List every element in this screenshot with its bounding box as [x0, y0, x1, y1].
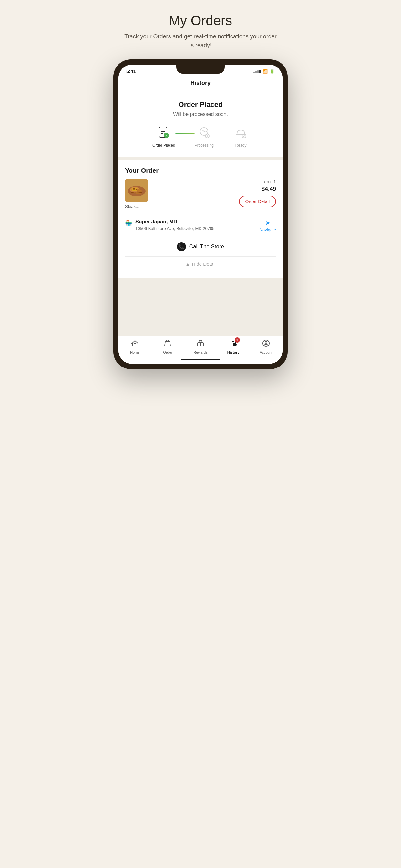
nav-label-order: Order — [163, 350, 172, 354]
navigate-label: Navigate — [259, 227, 276, 232]
home-indicator — [119, 356, 282, 364]
order-item-row: Steak... Item: 1 $4.49 Order Detail — [125, 179, 276, 209]
store-address: 10506 Baltimore Ave, Beltsville, MD 2070… — [135, 226, 214, 231]
hide-detail-button[interactable]: ▲ Hide Detail — [125, 256, 276, 273]
call-store-button[interactable]: 📞 Call The Store — [125, 237, 276, 256]
nav-item-rewards[interactable]: Rewards — [191, 339, 210, 354]
account-icon — [262, 339, 270, 349]
screen-content: History Order Placed Will be processed s… — [119, 76, 282, 364]
history-icon: ! 1 — [229, 339, 237, 349]
navigate-arrow-icon: ➤ — [265, 219, 271, 227]
order-item-image — [125, 179, 148, 202]
nav-title: History — [190, 80, 211, 86]
tracker-label-ready: Ready — [235, 143, 247, 148]
phone-frame: 5:41 📶 🔋 History Order Placed — [113, 59, 288, 369]
tracker-label-processing: Processing — [195, 143, 214, 148]
order-item-name: Steak... — [125, 204, 139, 209]
order-item-details: Item: 1 $4.49 Order Detail — [153, 179, 276, 207]
order-placed-subtitle: Will be processed soon. — [126, 112, 275, 117]
svg-point-21 — [137, 189, 141, 192]
order-item-price: $4.49 — [261, 186, 276, 192]
tracker-label-order-placed: Order Placed — [152, 143, 175, 148]
home-icon — [131, 339, 139, 349]
order-placed-title: Order Placed — [126, 100, 275, 109]
home-bar — [181, 359, 220, 360]
nav-item-account[interactable]: Account — [256, 339, 276, 354]
store-building-icon: 🏪 — [125, 220, 132, 227]
phone-notch — [176, 65, 225, 73]
svg-point-27 — [265, 341, 267, 343]
battery-icon: 🔋 — [270, 69, 275, 73]
order-detail-button[interactable]: Order Detail — [239, 196, 276, 207]
svg-point-19 — [133, 188, 135, 190]
order-status-section: Order Placed Will be processed soon. ✓ — [119, 91, 282, 157]
tracker-step-processing: Processing — [195, 125, 214, 148]
nav-label-rewards: Rewards — [193, 350, 207, 354]
chevron-up-icon: ▲ — [185, 261, 190, 267]
tracker-line-2 — [214, 133, 233, 134]
call-store-label: Call The Store — [189, 244, 224, 250]
nav-item-home[interactable]: Home — [125, 339, 145, 354]
page-title: My Orders — [123, 13, 278, 28]
status-icons: 📶 🔋 — [253, 69, 275, 73]
status-time: 5:41 — [126, 68, 136, 74]
tracker-line-1 — [175, 133, 195, 134]
order-placed-icon: ✓ — [156, 125, 172, 141]
nav-item-history[interactable]: ! 1 History — [224, 339, 243, 354]
store-left: 🏪 Super Japan, MD 10506 Baltimore Ave, B… — [125, 219, 214, 231]
navigate-button[interactable]: ➤ Navigate — [259, 219, 276, 232]
wifi-icon: 📶 — [263, 69, 268, 73]
history-badge: 1 — [235, 337, 240, 343]
processing-icon — [196, 125, 212, 141]
store-info-row: 🏪 Super Japan, MD 10506 Baltimore Ave, B… — [125, 214, 276, 237]
page-subtitle: Track your Orders and get real-time noti… — [123, 32, 278, 50]
nav-item-order[interactable]: Order — [158, 339, 177, 354]
svg-text:✓: ✓ — [165, 134, 167, 137]
phone-screen: 5:41 📶 🔋 History Order Placed — [119, 65, 282, 364]
tracker-step-order-placed: ✓ Order Placed — [152, 125, 175, 148]
order-icon — [164, 339, 172, 349]
svg-text:!: ! — [234, 344, 235, 346]
your-order-section: Your Order — [119, 159, 282, 278]
signal-icon — [253, 70, 260, 73]
hide-detail-label: Hide Detail — [192, 261, 215, 267]
page-header: My Orders Track your Orders and get real… — [123, 13, 278, 50]
bottom-nav: Home Order — [119, 336, 282, 356]
store-name: Super Japan, MD — [135, 219, 214, 225]
phone-icon: 📞 — [177, 242, 186, 251]
rewards-icon — [197, 339, 204, 349]
nav-label-history: History — [227, 350, 240, 354]
progress-tracker: ✓ Order Placed — [126, 125, 275, 148]
order-item-count: Item: 1 — [261, 179, 276, 184]
nav-header: History — [119, 76, 282, 91]
nav-label-account: Account — [259, 350, 273, 354]
ready-icon — [233, 125, 249, 141]
store-details: Super Japan, MD 10506 Baltimore Ave, Bel… — [135, 219, 214, 231]
tracker-step-ready: Ready — [233, 125, 249, 148]
empty-area — [119, 278, 282, 336]
nav-label-home: Home — [130, 350, 140, 354]
your-order-title: Your Order — [125, 167, 276, 175]
svg-point-20 — [136, 189, 137, 190]
